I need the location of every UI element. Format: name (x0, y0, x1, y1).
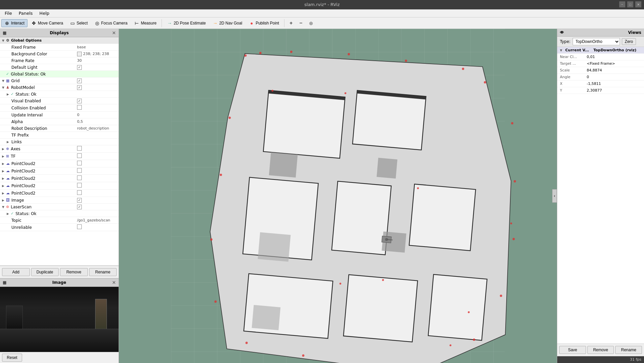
move-camera-button[interactable]: ✥ Move Camera (28, 19, 66, 27)
zoom-out-button[interactable]: − (296, 19, 305, 28)
left-panel: ▦ Displays ✕ ▼ ⚙ Global Options Fixed Fr… (0, 29, 119, 363)
pc2-2-checkbox[interactable] (77, 168, 82, 173)
select-button[interactable]: ▭ Select (67, 19, 90, 27)
global-status-row: ✓ Global Status: Ok (0, 71, 119, 77)
pointcloud2-row-4: ▶ ☁ PointCloud2 (0, 182, 119, 190)
pc2-1-checkbox[interactable] (77, 161, 82, 165)
tf-arrow[interactable]: ▶ (2, 155, 6, 158)
svg-point-21 (514, 180, 516, 183)
duplicate-button[interactable]: Duplicate (31, 268, 59, 276)
laserscan-arrow[interactable]: ▼ (2, 205, 6, 209)
default-light-checkbox[interactable] (77, 65, 82, 70)
measure-button[interactable]: ⊢ Measure (131, 19, 159, 27)
unreliable-checkbox[interactable] (77, 224, 82, 229)
background-color-swatch (77, 52, 82, 56)
angle-val[interactable]: 0 (587, 75, 589, 79)
robotmodel-status-row: ▶ ✓ Status: Ok (0, 91, 119, 98)
robot-description-label: Robot Description (11, 126, 77, 131)
global-options-arrow[interactable]: ▼ (2, 39, 6, 42)
remove-button[interactable]: Remove (60, 268, 88, 276)
menu-help[interactable]: Help (36, 10, 53, 16)
laserscan-checkbox[interactable] (77, 205, 82, 209)
add-button[interactable]: Add (2, 268, 30, 276)
zoom-in-button[interactable]: + (286, 19, 296, 28)
visual-enabled-checkbox[interactable] (77, 99, 82, 103)
image-arrow[interactable]: ▶ (2, 199, 6, 202)
views-type-label: Type: (560, 39, 571, 44)
laserscan-label: LaserScan (10, 205, 77, 209)
current-view-header: ▼ Current V... TopDownOrtho (rviz) (557, 47, 644, 54)
axes-arrow[interactable]: ▶ (2, 147, 6, 151)
menu-file[interactable]: File (1, 10, 15, 16)
image-panel: ▦ Image ✕ (0, 278, 119, 352)
2d-pose-button[interactable]: → 2D Pose Estimate (164, 19, 209, 27)
near-clip-val[interactable]: 0,01 (587, 55, 595, 59)
focus-camera-button[interactable]: ◎ Focus Camera (91, 19, 131, 27)
pc2-4-checkbox[interactable] (77, 183, 82, 188)
views-rename-button[interactable]: Rename (615, 346, 642, 354)
robotmodel-arrow[interactable]: ▼ (2, 86, 6, 89)
menu-bar: File Panels Help (0, 9, 644, 17)
robotmodel-status-arrow[interactable]: ▶ (7, 93, 11, 96)
update-interval-value[interactable]: 0 (77, 113, 117, 117)
fullscreen-button[interactable]: ◎ (306, 19, 316, 27)
collision-enabled-checkbox[interactable] (77, 105, 82, 110)
links-arrow[interactable]: ▶ (7, 140, 11, 144)
tf-checkbox[interactable] (77, 153, 82, 158)
x-val[interactable]: -1,5811 (587, 82, 601, 86)
svg-point-36 (510, 222, 512, 224)
global-status-icon: ✓ (6, 72, 9, 76)
y-key: Y (560, 88, 587, 93)
pc2-5-checkbox[interactable] (77, 190, 82, 195)
tf-prefix-label: TF Prefix (11, 133, 77, 138)
alpha-row: Alpha 0,5 (0, 118, 119, 125)
frame-rate-value[interactable]: 30 (77, 58, 117, 63)
angle-key: Angle (560, 75, 587, 79)
current-view-type: TopDownOrtho (rviz) (593, 48, 636, 52)
near-clip-row: Near Cl... 0,01 (557, 54, 644, 60)
displays-title: Displays (50, 31, 69, 35)
publish-point-button[interactable]: ● Publish Point (246, 19, 282, 27)
rename-button[interactable]: Rename (89, 268, 117, 276)
displays-close-button[interactable]: ✕ (112, 30, 116, 36)
grid-arrow[interactable]: ▼ (2, 79, 6, 83)
svg-rect-7 (409, 184, 475, 251)
robotmodel-checkbox[interactable] (77, 85, 82, 90)
minimize-button[interactable]: − (619, 1, 625, 7)
interact-button[interactable]: ⊕ Interact (1, 19, 27, 27)
image-checkbox[interactable] (77, 198, 82, 203)
image-panel-close-button[interactable]: ✕ (112, 280, 116, 285)
maximize-button[interactable]: □ (627, 1, 633, 7)
fixed-frame-value[interactable]: base (77, 45, 117, 49)
views-type-select[interactable]: TopDownOrtho Orbit FPS ThirdPersonFollow… (573, 38, 620, 45)
pc2-3-checkbox[interactable] (77, 175, 82, 180)
select-icon: ▭ (70, 20, 75, 26)
views-icon: 👁 (560, 30, 564, 35)
target-val[interactable]: <Fixed Frame> (587, 61, 615, 66)
robotmodel-status-label: Status: Ok (15, 92, 117, 97)
background-color-value[interactable]: 238; 238; 238 (77, 52, 117, 56)
views-save-button[interactable]: Save (559, 346, 586, 354)
viewport-collapse-tab[interactable]: ‹ (552, 189, 557, 203)
y-val[interactable]: 2,30877 (587, 88, 602, 93)
viewport[interactable]: ‹ (119, 29, 557, 363)
update-interval-label: Update Interval (11, 113, 77, 117)
displays-tree[interactable]: ▼ ⚙ Global Options Fixed Frame base Back… (0, 37, 119, 266)
image-row: ▶ 🖼 Image (0, 197, 119, 204)
grid-checkbox[interactable] (77, 79, 82, 83)
image-panel-header: ▦ Image ✕ (0, 278, 119, 287)
robot-description-value[interactable]: robot_description (77, 126, 117, 131)
2d-nav-button[interactable]: → 2D Nav Goal (209, 19, 245, 27)
laserscan-status-arrow[interactable]: ▶ (7, 212, 11, 215)
views-zero-button[interactable]: Zero (622, 38, 636, 45)
alpha-value[interactable]: 0,5 (77, 119, 117, 124)
toolbar-sep-1 (162, 19, 162, 27)
close-button[interactable]: ✕ (635, 1, 641, 7)
axes-checkbox[interactable] (77, 146, 82, 151)
views-remove-button[interactable]: Remove (587, 346, 614, 354)
reset-button[interactable]: Reset (2, 354, 22, 362)
topic-value[interactable]: /go1_gazebo/scan (77, 218, 117, 222)
menu-panels[interactable]: Panels (15, 10, 36, 16)
scale-val[interactable]: 84,8874 (587, 68, 602, 72)
global-options-header[interactable]: ▼ ⚙ Global Options (0, 37, 119, 44)
